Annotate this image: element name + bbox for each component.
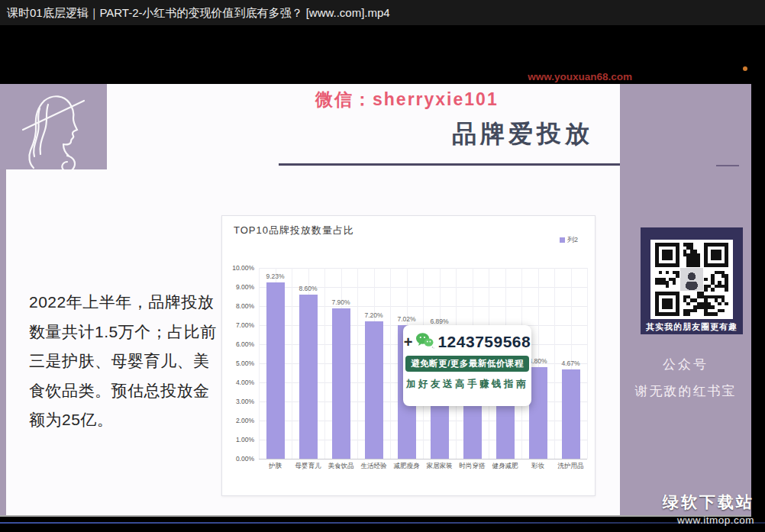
v-gridline (390, 268, 391, 459)
slide-bottom-edge (0, 515, 751, 517)
top-right-url-watermark: www.youxuan68.com (528, 71, 632, 82)
y-tick-label: 8.00% (222, 302, 254, 310)
qr-caption: 其实我的朋友圈更有趣 (641, 321, 743, 333)
summary-paragraph: 2022年上半年，品牌投放数量共计1.5万个；占比前三是护肤、母婴育儿、美食饮品… (29, 288, 220, 435)
y-tick-label: 5.00% (222, 360, 254, 367)
bar (562, 369, 580, 459)
promo-overlay: + 1243759568 避免断更/更多最新低价课程 加好友送高手赚钱指南 (403, 325, 531, 406)
x-tick-label: 洗护用品 (551, 462, 590, 471)
bar (332, 308, 350, 459)
wechat-number-row: + 1243759568 (403, 332, 531, 352)
orange-dot (743, 66, 747, 71)
chart-legend: 列2 (560, 235, 578, 245)
bar-value-label: 7.02% (390, 315, 423, 323)
y-tick-label: 10.00% (222, 264, 254, 272)
account-type-label: 公众号 (620, 356, 751, 373)
h-gridline (259, 459, 587, 459)
video-frame: 课时01底层逻辑｜PART-2-小红书的变现价值到底有多强？ [www..com… (0, 0, 765, 532)
heading-underline-dash (716, 165, 739, 166)
bar-value-label: 6.89% (423, 318, 456, 325)
slide-heading: 品牌爱投放 (452, 118, 593, 151)
y-tick-label: 3.00% (222, 398, 254, 405)
promo-footer: 加好友送高手赚钱指南 (403, 378, 531, 391)
y-tick-label: 0.00% (222, 455, 254, 463)
account-name-label: 谢无敌的红书宝 (620, 382, 751, 400)
promo-pill: 避免断更/更多最新低价课程 (405, 356, 529, 372)
bar (365, 321, 383, 459)
y-tick-label: 2.00% (222, 417, 254, 424)
bar-value-label: 7.90% (324, 298, 357, 306)
chart-title: TOP10品牌投放数量占比 (234, 224, 354, 237)
site-url: www.itmop.com (663, 514, 754, 526)
window-title-bar: 课时01底层逻辑｜PART-2-小红书的变现价值到底有多强？ [www..com… (0, 0, 765, 25)
legend-label: 列2 (567, 235, 578, 245)
y-tick-label: 9.00% (222, 283, 254, 291)
y-tick-label: 6.00% (222, 340, 254, 348)
qr-card: 其实我的朋友圈更有趣 (641, 227, 743, 334)
legend-swatch-icon (560, 237, 565, 243)
v-gridline (587, 268, 588, 459)
plus-sign: + (404, 334, 413, 351)
qr-code (650, 240, 733, 319)
video-title: 课时01底层逻辑｜PART-2-小红书的变现价值到底有多强？ [www..com… (7, 6, 390, 19)
site-watermark: 绿软下载站 www.itmop.com (663, 492, 754, 526)
y-tick-label: 4.00% (222, 379, 254, 386)
logo-woman-icon (0, 84, 107, 169)
bar (529, 367, 547, 459)
y-tick-label: 1.00% (222, 436, 254, 443)
video-progress-bar[interactable] (0, 522, 765, 524)
bar-value-label: 9.23% (259, 272, 292, 280)
wechat-contact-watermark: 微信：sherryxie101 (315, 88, 499, 111)
site-name: 绿软下载站 (663, 492, 754, 513)
heading-underline (279, 163, 620, 166)
v-gridline (292, 268, 292, 459)
v-gridline (259, 268, 260, 459)
v-gridline (357, 268, 358, 459)
bar (299, 295, 318, 459)
bar (266, 282, 285, 459)
bar-value-label: 7.20% (357, 311, 390, 319)
bar-value-label: 4.67% (554, 360, 587, 367)
wechat-icon (415, 332, 434, 352)
y-tick-label: 7.00% (222, 321, 254, 329)
bar-value-label: 8.60% (292, 285, 324, 292)
v-gridline (324, 268, 325, 459)
wechat-number: 1243759568 (437, 333, 531, 351)
